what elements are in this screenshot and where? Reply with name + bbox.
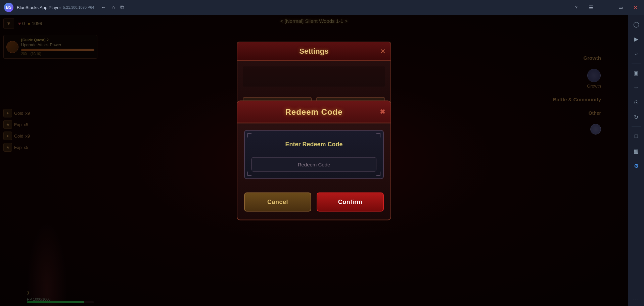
sidebar-sep-1: [632, 63, 641, 63]
settings-header: Settings ✕: [237, 42, 390, 61]
app-logo: BS: [4, 3, 13, 12]
logo-text: BS: [6, 5, 12, 10]
app-version: 5.21.300.1070 P64: [63, 5, 94, 9]
redeem-code-input[interactable]: [251, 157, 376, 172]
settings-title: Settings: [300, 47, 329, 55]
cancel-button[interactable]: Cancel: [244, 193, 311, 212]
redeem-header: Redeem Code ✚: [237, 101, 390, 123]
titlebar-nav: ← ⌂ ⧉: [101, 4, 124, 10]
corner-bl: [247, 172, 251, 176]
cancel-label: Cancel: [267, 199, 288, 205]
restore-button[interactable]: ▭: [616, 3, 625, 12]
home-button[interactable]: ⌂: [112, 4, 115, 10]
sidebar-panel-icon[interactable]: ◯: [630, 18, 642, 30]
game-area: ▼ ♥ 0 ● 1099 < [Normal] Silent Woods 1-1…: [0, 15, 628, 306]
redeem-input-label: Enter Redeem Code: [251, 141, 376, 148]
sidebar-more-icon[interactable]: ⋯: [633, 296, 639, 303]
sidebar-sep-2: [632, 126, 641, 127]
redeem-close-button[interactable]: ✚: [379, 108, 385, 116]
redeem-body: Enter Redeem Code: [237, 123, 390, 186]
right-sidebar: ◯ ▶ ○ ▣ ↔ ☉ ↻ □ ▩ ⚙ ⋯: [628, 15, 644, 306]
sidebar-screenshot2-icon[interactable]: □: [630, 130, 642, 142]
window-controls: ? ☰ — ▭ ✕: [571, 3, 640, 12]
redeem-modal: Redeem Code ✚ Enter Redeem Code Cancel C…: [237, 101, 391, 220]
settings-close-button[interactable]: ✕: [380, 47, 386, 55]
titlebar: BS BlueStacks App Player 5.21.300.1070 P…: [0, 0, 644, 15]
close-button[interactable]: ✕: [631, 3, 640, 12]
sidebar-screenshot-icon[interactable]: ▣: [630, 67, 642, 79]
copy-button[interactable]: ⧉: [120, 4, 124, 10]
sidebar-record-icon[interactable]: ○: [630, 48, 642, 60]
sidebar-camera-icon[interactable]: ▶: [630, 33, 642, 45]
help-button[interactable]: ?: [571, 3, 581, 12]
redeem-title: Redeem Code: [285, 107, 342, 116]
corner-tr: [376, 134, 380, 138]
settings-content-placeholder: [243, 66, 385, 87]
sidebar-scale-icon[interactable]: ↔: [630, 82, 642, 94]
redeem-buttons: Cancel Confirm: [237, 186, 390, 220]
menu-button[interactable]: ☰: [586, 3, 596, 12]
corner-br: [376, 172, 380, 176]
corner-tl: [247, 134, 251, 138]
sidebar-camera2-icon[interactable]: ☉: [630, 96, 642, 108]
app-name: BlueStacks App Player: [17, 5, 61, 10]
confirm-label: Confirm: [338, 199, 363, 205]
settings-body: [237, 61, 390, 92]
sidebar-settings-icon[interactable]: ⚙: [630, 160, 642, 172]
confirm-button[interactable]: Confirm: [317, 193, 384, 212]
minimize-button[interactable]: —: [601, 3, 610, 12]
sidebar-rotate-icon[interactable]: ↻: [630, 111, 642, 123]
sidebar-shake-icon[interactable]: ▩: [630, 145, 642, 157]
back-button[interactable]: ←: [101, 4, 106, 10]
redeem-input-area: Enter Redeem Code: [244, 130, 384, 179]
